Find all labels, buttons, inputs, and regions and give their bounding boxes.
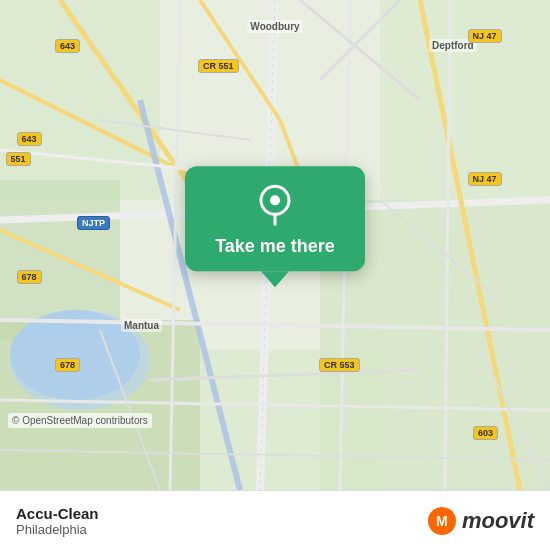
location-popup[interactable]: Take me there xyxy=(185,166,365,287)
badge-nj47-1: NJ 47 xyxy=(468,29,502,43)
badge-njtp: NJTP xyxy=(77,216,110,230)
badge-cr553: CR 553 xyxy=(319,358,360,372)
app-city: Philadelphia xyxy=(16,522,99,537)
badge-678-2: 678 xyxy=(55,358,80,372)
badge-551: 551 xyxy=(6,152,31,166)
mantua-label: Mantua xyxy=(121,319,162,332)
take-me-there-button[interactable]: Take me there xyxy=(215,236,335,257)
bottom-bar: Accu-Clean Philadelphia M moovit xyxy=(0,490,550,550)
map-container: Woodbury Deptford Mantua 643 643 CR 551 … xyxy=(0,0,550,490)
pin-icon xyxy=(253,182,297,226)
popup-card[interactable]: Take me there xyxy=(185,166,365,271)
moovit-icon: M xyxy=(428,507,456,535)
moovit-text: moovit xyxy=(462,508,534,534)
badge-678-1: 678 xyxy=(17,270,42,284)
moovit-logo[interactable]: M moovit xyxy=(428,507,534,535)
badge-nj47-2: NJ 47 xyxy=(468,172,502,186)
badge-643-2: 643 xyxy=(17,132,42,146)
popup-arrow xyxy=(261,271,289,287)
svg-rect-3 xyxy=(380,0,550,200)
bottom-left: Accu-Clean Philadelphia xyxy=(16,505,99,537)
badge-cr551: CR 551 xyxy=(198,59,239,73)
badge-603: 603 xyxy=(473,426,498,440)
svg-point-34 xyxy=(270,195,280,205)
woodbury-label: Woodbury xyxy=(247,20,302,33)
osm-attribution: © OpenStreetMap contributors xyxy=(8,413,152,428)
app-name: Accu-Clean xyxy=(16,505,99,522)
badge-643-1: 643 xyxy=(55,39,80,53)
